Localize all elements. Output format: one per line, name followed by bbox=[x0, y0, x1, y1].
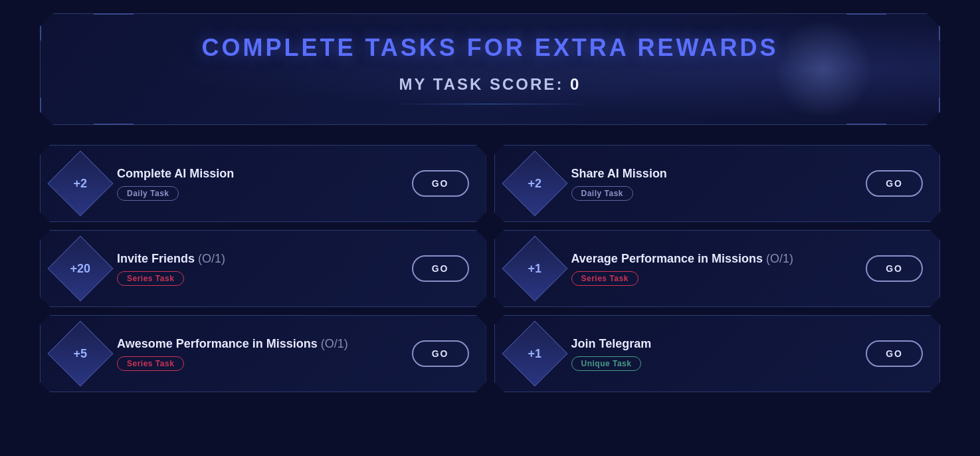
task-info-join-telegram: Join Telegram Unique Task bbox=[571, 337, 853, 371]
task-diamond-share-ai-mission: +2 bbox=[502, 151, 567, 217]
task-title-average-performance: Average Performance in Missions (O/1) bbox=[571, 252, 853, 266]
score-label: MY TASK SCORE: bbox=[399, 75, 564, 93]
go-button-invite-friends[interactable]: GO bbox=[412, 255, 469, 282]
task-info-average-performance: Average Performance in Missions (O/1) Se… bbox=[571, 252, 853, 286]
task-title-join-telegram: Join Telegram bbox=[571, 337, 853, 351]
corner-decor-v-tr bbox=[939, 21, 940, 41]
go-button-share-ai-mission[interactable]: GO bbox=[866, 170, 923, 197]
task-diamond-join-telegram: +1 bbox=[502, 321, 567, 387]
task-points-complete-ai-mission: +2 bbox=[74, 177, 88, 191]
task-points-join-telegram: +1 bbox=[528, 347, 541, 361]
task-card-invite-friends: +20 Invite Friends (O/1) Series Task GO bbox=[40, 230, 486, 307]
task-card-awesome-performance: +5 Awesome Performance in Missions (O/1)… bbox=[40, 315, 486, 392]
task-points-average-performance: +1 bbox=[528, 262, 541, 276]
task-title-complete-ai-mission: Complete AI Mission bbox=[117, 167, 399, 181]
task-title-awesome-performance: Awesome Performance in Missions (O/1) bbox=[117, 337, 399, 351]
tasks-grid: +2 Complete AI Mission Daily Task GO +2 … bbox=[40, 145, 940, 392]
task-badge-share-ai-mission: Daily Task bbox=[571, 186, 633, 201]
task-points-invite-friends: +20 bbox=[70, 261, 91, 275]
main-title: COMPLETE TASKS FOR EXTRA REWARDS bbox=[67, 34, 913, 62]
task-badge-awesome-performance: Series Task bbox=[117, 356, 184, 371]
task-diamond-awesome-performance: +5 bbox=[48, 321, 114, 387]
go-button-awesome-performance[interactable]: GO bbox=[412, 340, 469, 367]
header-section: COMPLETE TASKS FOR EXTRA REWARDS MY TASK… bbox=[40, 13, 940, 125]
task-card-average-performance: +1 Average Performance in Missions (O/1)… bbox=[494, 230, 941, 307]
score-divider bbox=[391, 104, 590, 104]
task-points-awesome-performance: +5 bbox=[74, 347, 88, 361]
corner-decor-v-tl bbox=[40, 21, 41, 41]
task-info-complete-ai-mission: Complete AI Mission Daily Task bbox=[117, 167, 399, 201]
task-points-share-ai-mission: +2 bbox=[528, 177, 541, 191]
task-title-share-ai-mission: Share AI Mission bbox=[571, 167, 853, 181]
task-info-awesome-performance: Awesome Performance in Missions (O/1) Se… bbox=[117, 337, 399, 371]
task-card-share-ai-mission: +2 Share AI Mission Daily Task GO bbox=[494, 145, 941, 222]
corner-decor-bl bbox=[94, 124, 134, 125]
corner-decor-tr bbox=[846, 13, 886, 15]
task-card-complete-ai-mission: +2 Complete AI Mission Daily Task GO bbox=[40, 145, 486, 222]
go-button-average-performance[interactable]: GO bbox=[866, 255, 923, 282]
score-value: 0 bbox=[570, 75, 581, 93]
task-badge-invite-friends: Series Task bbox=[117, 271, 184, 286]
corner-decor-v-br bbox=[939, 98, 940, 118]
task-info-share-ai-mission: Share AI Mission Daily Task bbox=[571, 167, 853, 201]
go-button-join-telegram[interactable]: GO bbox=[866, 340, 923, 367]
go-button-complete-ai-mission[interactable]: GO bbox=[412, 170, 469, 197]
task-info-invite-friends: Invite Friends (O/1) Series Task bbox=[117, 252, 399, 286]
corner-decor-v-bl bbox=[40, 98, 41, 118]
task-card-join-telegram: +1 Join Telegram Unique Task GO bbox=[494, 315, 941, 392]
task-badge-join-telegram: Unique Task bbox=[571, 356, 642, 371]
task-diamond-average-performance: +1 bbox=[502, 236, 567, 302]
corner-decor-br bbox=[846, 124, 886, 125]
score-line: MY TASK SCORE: 0 bbox=[67, 75, 913, 94]
task-diamond-invite-friends: +20 bbox=[48, 236, 114, 302]
corner-decor-tl bbox=[94, 13, 134, 15]
task-title-invite-friends: Invite Friends (O/1) bbox=[117, 252, 399, 266]
task-badge-complete-ai-mission: Daily Task bbox=[117, 186, 179, 201]
task-diamond-complete-ai-mission: +2 bbox=[48, 151, 114, 217]
task-badge-average-performance: Series Task bbox=[571, 271, 638, 286]
